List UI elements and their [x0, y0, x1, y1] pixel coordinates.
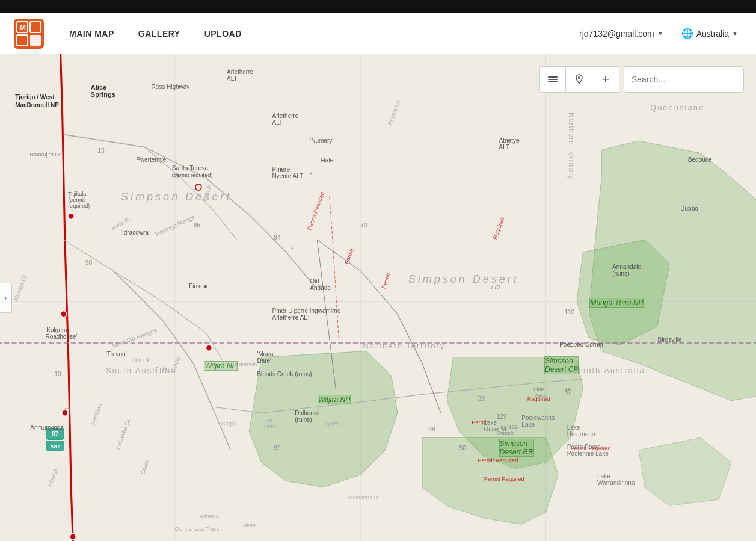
- nav-links: MAIN MAP GALLERY UPLOAD: [57, 13, 573, 54]
- svg-text:Permit: Permit: [472, 419, 488, 425]
- country-button[interactable]: 🌐 Australia ▼: [675, 24, 744, 43]
- svg-text:Ryves: Ryves: [324, 421, 339, 427]
- svg-text:A87: A87: [50, 444, 60, 450]
- search-input[interactable]: [624, 66, 744, 93]
- nav-bar: M MAIN MAP GALLERY UPLOAD rjo7132@gmail.…: [0, 13, 756, 54]
- map-background: 94 70 772 110 87 38 50 129 39 99 65 20 1…: [0, 54, 756, 541]
- svg-text:M: M: [20, 23, 26, 32]
- svg-text:Macumba R: Macumba R: [348, 495, 378, 501]
- svg-text:65: 65: [194, 222, 201, 229]
- svg-point-100: [578, 76, 580, 79]
- svg-text:Dare: Dare: [264, 424, 276, 430]
- svg-text:Tk: Tk: [564, 386, 571, 392]
- svg-text:39: 39: [478, 395, 485, 402]
- svg-text:*: *: [310, 171, 313, 178]
- location-button[interactable]: [566, 66, 592, 93]
- svg-text:River: River: [243, 522, 256, 528]
- svg-text:99: 99: [274, 445, 281, 451]
- svg-text:Permit Required: Permit Required: [478, 457, 518, 463]
- user-dropdown-caret: ▼: [657, 30, 663, 37]
- svg-rect-4: [30, 35, 41, 46]
- svg-text:70: 70: [360, 222, 367, 229]
- svg-text:Santa Teresa: Santa Teresa: [172, 165, 209, 172]
- svg-text:772: 772: [490, 284, 500, 291]
- svg-text:*: *: [291, 246, 294, 253]
- logo[interactable]: M: [12, 17, 45, 50]
- layers-button[interactable]: [539, 66, 566, 93]
- svg-text:Lilla Ck.: Lilla Ck.: [132, 357, 152, 363]
- svg-text:Mt: Mt: [266, 418, 273, 424]
- user-email-label: rjo7132@gmail.com: [579, 29, 654, 39]
- svg-text:French: French: [496, 430, 514, 436]
- svg-text:Finke: Finke: [155, 366, 169, 372]
- add-button[interactable]: +: [592, 66, 619, 93]
- svg-rect-98: [548, 79, 558, 80]
- svg-text:Line: Line: [533, 386, 544, 392]
- svg-text:110: 110: [564, 309, 574, 315]
- scroll-handle[interactable]: ›: [0, 283, 12, 313]
- nav-gallery[interactable]: GALLERY: [126, 13, 192, 54]
- svg-text:Lake: Lake: [262, 353, 274, 359]
- svg-text:Oondanatta Track: Oondanatta Track: [175, 526, 220, 532]
- svg-text:QAA: QAA: [535, 393, 547, 399]
- svg-text:129: 129: [496, 413, 506, 420]
- svg-text:Line 129: Line 129: [496, 424, 517, 430]
- svg-point-70: [70, 534, 76, 540]
- svg-text:94: 94: [274, 234, 281, 241]
- country-dropdown-caret: ▼: [732, 30, 738, 37]
- svg-point-67: [68, 213, 74, 219]
- svg-text:50: 50: [459, 445, 467, 451]
- svg-text:Coglin: Coglin: [221, 421, 237, 427]
- user-email-button[interactable]: rjo7132@gmail.com ▼: [573, 25, 669, 42]
- svg-point-69: [62, 410, 68, 416]
- svg-text:10: 10: [54, 371, 61, 377]
- nav-main-map[interactable]: MAIN MAP: [57, 13, 126, 54]
- svg-text:15: 15: [97, 147, 105, 154]
- country-label: Australia: [696, 29, 729, 39]
- svg-text:98: 98: [85, 259, 93, 266]
- svg-point-71: [206, 345, 212, 351]
- nav-right: rjo7132@gmail.com ▼ 🌐 Australia ▼: [573, 24, 744, 43]
- svg-text:Namatjira Dr: Namatjira Dr: [29, 152, 61, 158]
- nav-upload[interactable]: UPLOAD: [192, 13, 254, 54]
- svg-text:Hale: Hale: [321, 157, 333, 164]
- svg-point-68: [61, 311, 67, 317]
- svg-text:(permit requited): (permit requited): [172, 172, 213, 178]
- top-bar: [0, 0, 756, 13]
- svg-text:Permit Required: Permit Required: [484, 476, 524, 482]
- map-container[interactable]: 94 70 772 110 87 38 50 129 39 99 65 20 1…: [0, 54, 756, 541]
- svg-text:87: 87: [52, 431, 59, 437]
- svg-rect-99: [548, 76, 558, 78]
- svg-text:Permit Required: Permit Required: [571, 445, 611, 451]
- svg-text:Alberga: Alberga: [200, 513, 220, 519]
- svg-text:Dieresis: Dieresis: [237, 362, 257, 368]
- svg-text:38: 38: [428, 426, 435, 433]
- map-controls: +: [539, 66, 744, 93]
- svg-rect-97: [548, 81, 558, 82]
- globe-icon: 🌐: [681, 28, 693, 39]
